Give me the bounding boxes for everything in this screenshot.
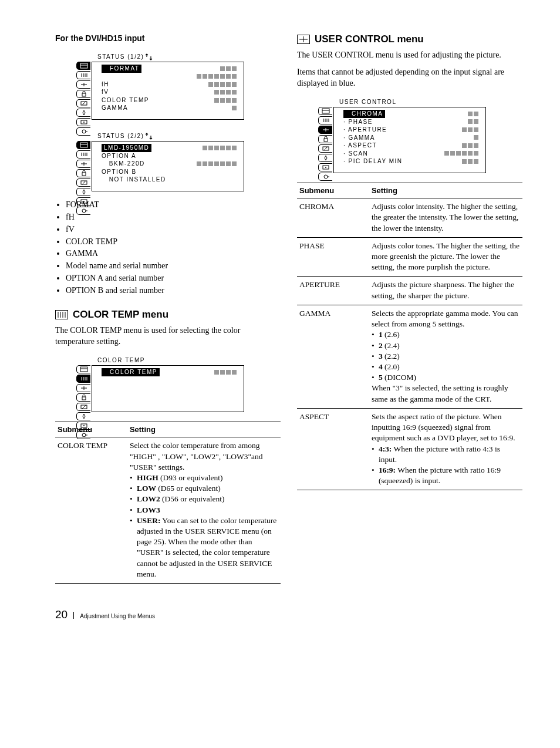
color-bars-icon [55,310,68,319]
up-down-arrows-icon [145,133,153,140]
list-item: fH [66,212,281,223]
svg-point-65 [325,167,326,168]
osd-color-temp: COLOR TEMP COLOR TEMP [92,355,244,412]
osd-tab-icon [318,107,332,115]
svg-rect-35 [80,367,87,372]
osd-row: FORMAT [96,65,240,73]
heading-dvi-hd15: For the DVI/HD15 input [55,33,281,44]
osd-row: LMD-1950MD [96,144,240,152]
heading-user-control-menu: USER CONTROL menu [297,33,522,46]
osd-title: COLOR TEMP [97,356,145,365]
osd-tab-icon [76,160,90,168]
list-item: GAMMA [66,248,281,260]
svg-point-28 [82,209,86,213]
osd-row: · ASPECT [338,141,482,150]
th-submenu: Submenu [297,183,369,198]
svg-point-13 [82,130,86,133]
osd-row: OPTION A [96,152,240,160]
page-number: 20 [55,607,68,622]
osd-title: STATUS (1/2) [97,53,144,61]
th-submenu: Submenu [55,422,127,437]
svg-point-48 [82,433,86,437]
osd-tab-sidebar [318,107,332,181]
osd-tab-icon [318,154,332,162]
svg-rect-30 [56,311,68,319]
osd-row: OPTION B [96,168,240,176]
osd-tab-sidebar [76,365,90,439]
table-user-control: Submenu Setting CHROMA Adjusts color int… [297,183,522,491]
svg-point-27 [83,201,85,202]
sliders-icon [297,35,310,44]
svg-rect-23 [82,173,86,176]
table-color-temp: Submenu Setting COLOR TEMP Select the co… [55,422,281,584]
list-item: COLOR TEMP [66,237,281,248]
cell-submenu-name: COLOR TEMP [55,437,127,584]
table-row: CHROMA Adjusts color intensity. The high… [297,198,522,238]
list-item: fV [66,224,281,235]
svg-marker-10 [83,110,85,115]
table-row: PHASE Adjusts color tones. The higher th… [297,237,522,277]
osd-row: COLOR TEMP [96,368,240,376]
table-row: GAMMA Selects the appropriate gamma mode… [297,305,522,408]
table-row: COLOR TEMP Select the color temperature … [55,437,281,584]
osd-tab-icon [76,207,90,215]
svg-rect-8 [82,93,86,96]
osd-tab-icon [76,375,90,383]
osd-tab-icon [76,412,90,420]
svg-rect-15 [80,143,87,147]
svg-point-47 [83,425,85,426]
osd-tab-icon [76,384,90,392]
user-control-intro-2: Items that cannot be adjusted depending … [297,67,522,89]
table-row: APERTURE Adjusts the picture sharpness. … [297,277,522,305]
osd-tab-icon [318,163,332,171]
osd-tab-icon [76,71,90,79]
svg-marker-25 [83,190,85,194]
svg-rect-43 [82,397,86,400]
osd-row: CHROMA [338,110,482,118]
svg-point-66 [324,175,328,178]
osd-row: · GAMMA [338,134,482,142]
color-temp-intro: The COLOR TEMP menu is used for selectin… [55,325,281,348]
page-footer: 20 Adjustment Using the Menus [0,607,560,622]
svg-marker-63 [325,156,327,160]
th-setting: Setting [369,183,522,198]
svg-rect-61 [324,139,328,141]
footer-divider [73,612,74,619]
list-item: OPTION B and serial number [66,285,281,296]
osd-tab-icon [318,144,332,153]
osd-tab-icon [76,422,90,430]
osd-tab-icon [76,80,90,89]
osd-tab-icon [76,150,90,159]
list-item: Model name and serial number [66,261,281,272]
osd-tab-icon [76,169,90,177]
osd-tab-icon [76,109,90,117]
cell-setting: Select the color temperature from among … [127,437,281,584]
svg-marker-45 [83,414,85,419]
osd-row: fH [96,80,240,89]
th-setting: Setting [127,422,281,437]
osd-tab-icon [76,141,90,149]
osd-status-2of2: STATUS (2/2) LMD-1950MDOPTION A BKM-220D… [92,130,244,191]
osd-user-control: USER CONTROL CHROMA· PHASE· APERTURE· GA… [333,96,486,173]
list-item: OPTION A and serial number [66,273,281,284]
osd-tab-icon [76,90,90,98]
osd-row: COLOR TEMP [96,96,240,105]
osd-tab-icon [76,99,90,107]
osd-tab-icon [76,197,90,205]
footer-section: Adjustment Using the Menus [80,612,155,621]
osd-tab-icon [318,116,332,124]
osd-tab-icon [318,135,332,143]
osd-tab-icon [318,173,332,181]
user-control-intro-1: The USER CONTROL menu is used for adjust… [297,50,522,61]
osd-tab-icon [76,431,90,439]
osd-row: fV [96,88,240,96]
osd-row: · SCAN [338,150,482,158]
table-row: ASPECT Sets the aspect ratio of the pict… [297,408,522,490]
svg-rect-53 [322,109,329,113]
osd-tab-icon [76,178,90,187]
osd-status-1of2: STATUS (1/2) FORMATfHfVCOLOR TEMPGAMMA [92,51,244,120]
osd-tab-sidebar [76,141,90,215]
osd-tab-icon [76,62,90,70]
osd-row [96,73,240,80]
osd-tab-icon [76,188,90,196]
